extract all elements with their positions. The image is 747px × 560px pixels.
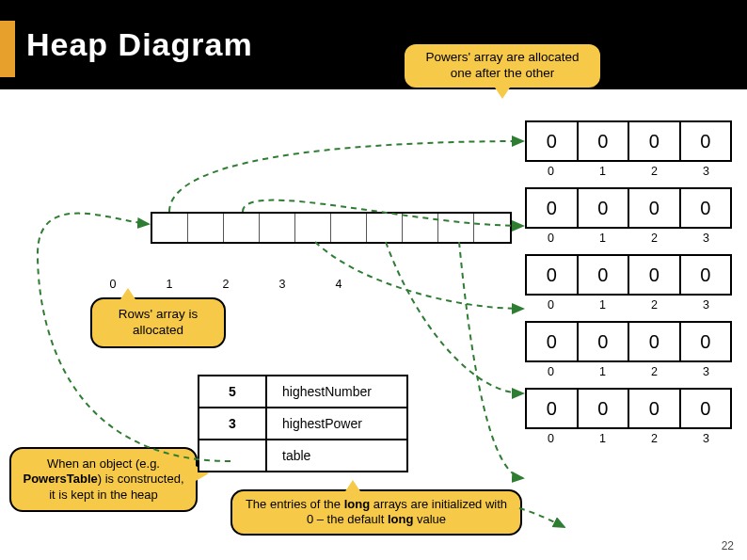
heap-index-row: 0123 (525, 162, 732, 178)
heap-cell: 0 (527, 122, 579, 160)
pointer-cell (367, 214, 403, 242)
heap-index: 1 (577, 162, 628, 178)
slide-number: 22 (722, 539, 734, 552)
field-row: 5 highestNumber (199, 376, 407, 408)
heap-cell: 0 (681, 390, 731, 427)
heap-index: 3 (680, 229, 732, 245)
pointer-cell (260, 214, 295, 242)
callout-rows-allocated: Rows' array is allocated (90, 297, 226, 348)
pointer-cell (403, 214, 438, 242)
heap-cell: 0 (579, 189, 630, 227)
heap-index: 2 (628, 229, 680, 245)
field-value (199, 440, 266, 472)
heap-array: 0000 (525, 120, 732, 162)
heap-index: 1 (577, 362, 628, 378)
heap-index: 0 (525, 162, 577, 178)
heap-index: 3 (680, 362, 732, 378)
pointer-cell (438, 214, 474, 242)
heap-cell: 0 (629, 323, 681, 360)
heap-cell: 0 (527, 189, 579, 227)
heap-cell: 0 (579, 256, 630, 294)
field-value: 5 (199, 376, 266, 408)
heap-index: 3 (680, 162, 732, 178)
field-label: highestPower (266, 408, 407, 440)
rows-index: 1 (141, 278, 198, 291)
slide-title: Heap Diagram (26, 26, 253, 63)
callout-text: When an object (e.g. PowersTable) is con… (24, 456, 184, 502)
heap-cell: 0 (579, 323, 630, 360)
callout-long-entries: The entries of the long arrays are initi… (230, 489, 522, 536)
rows-index: 0 (85, 278, 141, 291)
field-value: 3 (199, 408, 266, 440)
callout-text: Rows' array is allocated (119, 307, 198, 337)
heap-index-row: 0123 (525, 362, 732, 378)
field-label: highestNumber (266, 376, 407, 408)
pointer-cell (331, 214, 367, 242)
callout-text: The entries of the long arrays are initi… (246, 497, 507, 526)
heap-cell: 0 (629, 256, 681, 294)
rows-index: 2 (198, 278, 254, 291)
heap-array: 0000 (525, 187, 732, 229)
heap-index: 1 (577, 296, 628, 312)
heap-array-group: 00000123 (525, 120, 732, 178)
heap-index-row: 0123 (525, 429, 732, 445)
callout-object-heap: When an object (e.g. PowersTable) is con… (9, 447, 198, 512)
heap-cell: 0 (579, 390, 630, 427)
heap-cell: 0 (629, 189, 681, 227)
pointer-cell (295, 214, 331, 242)
heap-index: 2 (628, 162, 680, 178)
heap-index: 2 (628, 429, 680, 445)
accent-bar (0, 21, 15, 77)
heap-cell: 0 (681, 189, 731, 227)
field-label: table (266, 440, 407, 472)
pointer-cell (188, 214, 224, 242)
rows-index-row: 0 1 2 3 4 (85, 278, 367, 291)
heap-cell: 0 (579, 122, 630, 160)
heap-cell: 0 (681, 256, 731, 294)
pointer-cell (152, 214, 188, 242)
heap-array: 0000 (525, 254, 732, 296)
pointer-array (151, 212, 512, 244)
heap-index-row: 0123 (525, 296, 732, 312)
heap-index: 0 (525, 296, 577, 312)
heap-cell: 0 (629, 122, 681, 160)
heap-index: 1 (577, 229, 628, 245)
heap-cell: 0 (527, 256, 579, 294)
pointer-cell (224, 214, 260, 242)
heap-array-group: 00000123 (525, 254, 732, 312)
heap-index: 0 (525, 229, 577, 245)
heap-array: 0000 (525, 321, 732, 362)
heap-index: 0 (525, 429, 577, 445)
heap-array-group: 00000123 (525, 321, 732, 378)
heap-cell: 0 (527, 323, 579, 360)
field-row: table (199, 440, 407, 472)
heap-cell: 0 (629, 390, 681, 427)
rows-index: 4 (310, 278, 367, 291)
slide-header: Heap Diagram (0, 0, 747, 89)
heap-cell: 0 (681, 122, 731, 160)
heap-index-row: 0123 (525, 229, 732, 245)
heap-cell: 0 (527, 390, 579, 427)
heap-index: 0 (525, 362, 577, 378)
heap-index: 1 (577, 429, 628, 445)
callout-powers-allocated: Powers' array are allocated one after th… (403, 42, 602, 89)
heap-index: 2 (628, 362, 680, 378)
heap-array-group: 00000123 (525, 388, 732, 445)
rows-index: 3 (254, 278, 310, 291)
heap-cell: 0 (681, 323, 731, 360)
heap-arrays-column: 0000012300000123000001230000012300000123 (525, 120, 732, 455)
heap-index: 3 (680, 296, 732, 312)
callout-text: Powers' array are allocated one after th… (425, 50, 579, 80)
field-row: 3 highestPower (199, 408, 407, 440)
heap-index: 3 (680, 429, 732, 445)
heap-array-group: 00000123 (525, 187, 732, 245)
heap-array: 0000 (525, 388, 732, 429)
heap-index: 2 (628, 296, 680, 312)
pointer-cell (474, 214, 510, 242)
object-fields-table: 5 highestNumber 3 highestPower table (198, 375, 408, 472)
